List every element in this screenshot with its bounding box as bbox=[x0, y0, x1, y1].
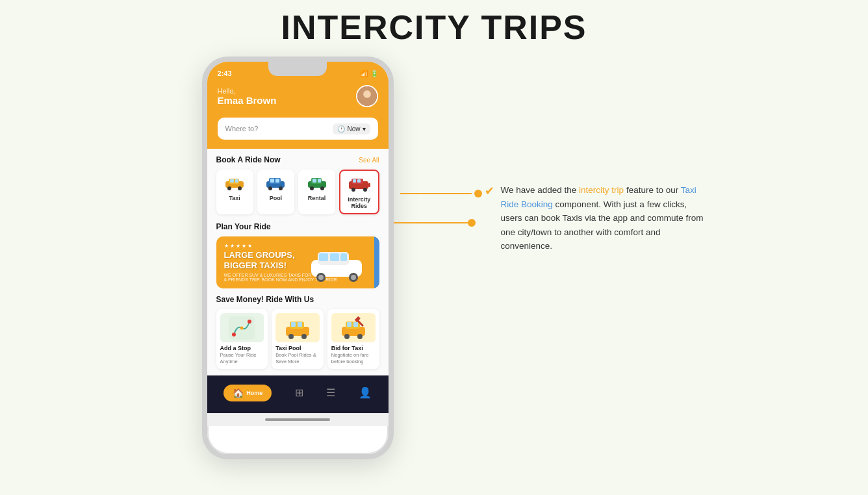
svg-point-6 bbox=[227, 186, 231, 190]
user-info: Hello, Emaa Brown bbox=[218, 87, 277, 106]
nav-home[interactable]: 🏠 Home bbox=[223, 385, 272, 401]
svg-point-52 bbox=[344, 334, 350, 339]
check-circle-icon: ✔ bbox=[485, 184, 494, 198]
svg-point-13 bbox=[279, 186, 283, 190]
taxi-pool-title: Taxi Pool bbox=[275, 345, 320, 351]
annotation-box: ✔ We have added the intercity trip featu… bbox=[485, 183, 706, 253]
page-title: INTERCITY TRIPS bbox=[281, 8, 587, 47]
nav-orders[interactable]: ☰ bbox=[326, 387, 335, 399]
promo-side-strip bbox=[374, 236, 379, 288]
wifi-icon: 📶 bbox=[360, 70, 368, 77]
profile-icon: 👤 bbox=[359, 387, 372, 399]
svg-rect-26 bbox=[353, 179, 356, 183]
svg-point-3 bbox=[364, 91, 370, 97]
taxi-pool-image bbox=[275, 313, 320, 342]
svg-point-18 bbox=[310, 186, 314, 190]
see-all-button[interactable]: See All bbox=[359, 157, 379, 164]
annotation-area: ✔ We have added the intercity trip featu… bbox=[485, 183, 706, 253]
ride-card-rental[interactable]: Rental bbox=[298, 170, 335, 214]
user-name: Emaa Brown bbox=[218, 95, 277, 106]
ride-card-pool[interactable]: Pool bbox=[257, 170, 294, 214]
clock-icon: 🕐 bbox=[337, 125, 345, 133]
rental-icon bbox=[307, 173, 327, 193]
apps-icon: ⊞ bbox=[295, 387, 303, 399]
taxi-label: Taxi bbox=[229, 195, 240, 201]
svg-point-7 bbox=[238, 186, 242, 190]
save-card-taxi-pool[interactable]: Taxi Pool Book Pool Rides & Save More bbox=[272, 309, 324, 369]
plan-ride-title: Plan Your Ride bbox=[216, 222, 271, 231]
save-card-add-stop[interactable]: Add a Stop Pause Your Ride Anytime bbox=[216, 309, 268, 369]
greeting-text: Hello, bbox=[218, 87, 277, 95]
schedule-button[interactable]: 🕐 Now ▾ bbox=[333, 123, 370, 134]
battery-icon: 🔋 bbox=[370, 70, 378, 77]
save-money-header: Save Money! Ride With Us bbox=[216, 295, 379, 304]
search-bar[interactable]: Where to? 🕐 Now ▾ bbox=[218, 118, 378, 140]
annotation-circle bbox=[474, 190, 482, 197]
avatar[interactable] bbox=[356, 85, 378, 107]
main-content: 2:43 📶 🔋 Hello, Emaa Brown bbox=[0, 53, 868, 459]
svg-rect-27 bbox=[357, 179, 361, 183]
connector-line bbox=[394, 222, 472, 223]
pool-label: Pool bbox=[270, 195, 283, 201]
connector-dot bbox=[468, 219, 476, 227]
svg-point-12 bbox=[268, 186, 272, 190]
svg-rect-48 bbox=[298, 322, 302, 327]
book-ride-header: Book A Ride Now See All bbox=[216, 155, 379, 164]
svg-point-53 bbox=[357, 334, 363, 339]
phone-shell: 2:43 📶 🔋 Hello, Emaa Brown bbox=[202, 57, 394, 459]
pool-icon bbox=[265, 173, 286, 193]
add-stop-desc: Pause Your Ride Anytime bbox=[220, 352, 264, 365]
nav-home-pill: 🏠 Home bbox=[223, 385, 272, 401]
chevron-down-icon: ▾ bbox=[363, 125, 366, 133]
svg-rect-54 bbox=[347, 322, 351, 327]
home-label: Home bbox=[246, 390, 262, 396]
status-icons: 📶 🔋 bbox=[360, 70, 378, 77]
status-time: 2:43 bbox=[218, 70, 232, 77]
nav-profile[interactable]: 👤 bbox=[359, 387, 372, 399]
save-card-bid-taxi[interactable]: Bid for Taxi Negotiate on fare before bo… bbox=[327, 309, 379, 369]
intercity-icon bbox=[348, 175, 370, 194]
svg-rect-9 bbox=[235, 179, 238, 183]
svg-point-19 bbox=[320, 186, 324, 190]
add-stop-title: Add a Stop bbox=[220, 345, 264, 351]
svg-point-34 bbox=[351, 275, 356, 280]
svg-point-46 bbox=[301, 334, 307, 339]
promo-car-icon bbox=[308, 247, 366, 285]
save-money-title: Save Money! Ride With Us bbox=[216, 295, 314, 304]
svg-rect-47 bbox=[291, 322, 296, 327]
taxi-pool-desc: Book Pool Rides & Save More bbox=[275, 352, 320, 365]
bid-taxi-desc: Negotiate on fare before booking bbox=[331, 352, 376, 365]
book-ride-title: Book A Ride Now bbox=[216, 155, 281, 164]
add-stop-image bbox=[220, 313, 264, 342]
svg-rect-20 bbox=[313, 179, 316, 183]
home-indicator bbox=[207, 413, 389, 426]
promo-banner[interactable]: ★ ★ ★ ★ ★ LARGE GROUPS,BIGGER TAXIS! WE … bbox=[216, 236, 379, 288]
svg-point-40 bbox=[248, 320, 251, 324]
svg-point-39 bbox=[232, 333, 236, 336]
nav-apps[interactable]: ⊞ bbox=[295, 387, 303, 399]
app-header: Hello, Emaa Brown bbox=[207, 82, 389, 118]
svg-rect-35 bbox=[319, 253, 328, 261]
ride-types-row: Taxi bbox=[216, 170, 379, 214]
search-placeholder: Where to? bbox=[225, 125, 259, 133]
orders-icon: ☰ bbox=[326, 387, 335, 399]
svg-rect-37 bbox=[340, 253, 347, 261]
annotation-text: We have added the intercity trip feature… bbox=[501, 183, 706, 253]
phone-notch bbox=[268, 62, 327, 76]
plan-ride-header: Plan Your Ride bbox=[216, 222, 379, 231]
plan-ride-section: Plan Your Ride ★ ★ ★ ★ ★ LARGE GROUPS,BI… bbox=[216, 222, 379, 288]
svg-rect-36 bbox=[330, 253, 339, 261]
svg-point-25 bbox=[363, 188, 367, 192]
highlight-intercity: intercity trip bbox=[579, 185, 624, 195]
ride-card-taxi[interactable]: Taxi bbox=[216, 170, 253, 214]
svg-rect-21 bbox=[318, 179, 321, 183]
svg-rect-14 bbox=[270, 179, 274, 183]
taxi-icon bbox=[224, 173, 245, 193]
svg-point-24 bbox=[351, 188, 355, 192]
rental-label: Rental bbox=[308, 195, 326, 201]
ride-card-intercity[interactable]: Intercity Rides bbox=[339, 170, 379, 214]
svg-rect-15 bbox=[275, 179, 279, 183]
bid-taxi-title: Bid for Taxi bbox=[331, 345, 376, 351]
annotation-connector bbox=[400, 190, 482, 197]
bottom-nav: 🏠 Home ⊞ ☰ 👤 bbox=[207, 375, 389, 413]
